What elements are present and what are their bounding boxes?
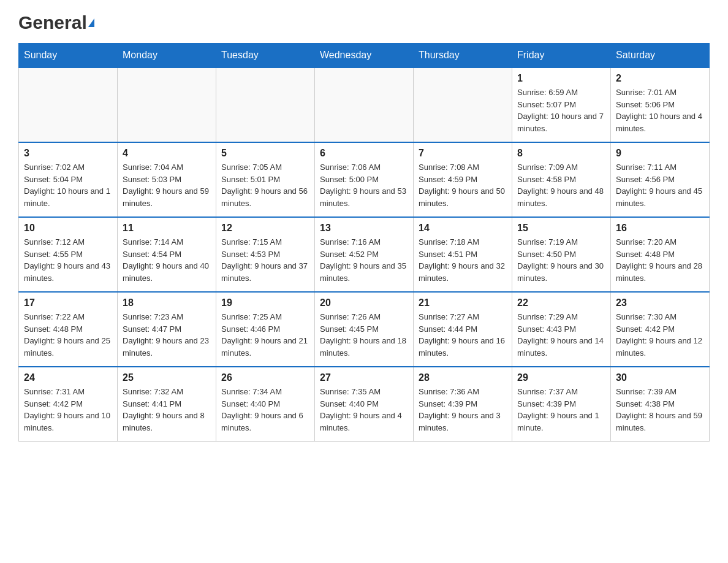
calendar-cell: 29Sunrise: 7:37 AMSunset: 4:39 PMDayligh…	[512, 367, 611, 442]
calendar-cell: 7Sunrise: 7:08 AMSunset: 4:59 PMDaylight…	[414, 142, 512, 217]
logo-triangle-icon	[88, 18, 94, 27]
day-number: 27	[320, 372, 408, 383]
day-info-line: Daylight: 9 hours and 43 minutes.	[24, 260, 112, 284]
logo-top-line: General	[18, 12, 94, 33]
calendar-cell: 20Sunrise: 7:26 AMSunset: 4:45 PMDayligh…	[315, 292, 414, 367]
day-number: 19	[221, 297, 309, 308]
day-number: 25	[123, 372, 211, 383]
day-info-line: Sunset: 4:58 PM	[517, 174, 605, 186]
day-of-week-header: Monday	[118, 44, 216, 68]
day-info-line: Sunset: 4:39 PM	[419, 398, 507, 410]
day-info-line: Sunset: 4:46 PM	[221, 323, 309, 335]
calendar-cell: 28Sunrise: 7:36 AMSunset: 4:39 PMDayligh…	[414, 367, 512, 442]
day-info-line: Daylight: 9 hours and 40 minutes.	[123, 260, 211, 284]
calendar-cell: 24Sunrise: 7:31 AMSunset: 4:42 PMDayligh…	[19, 367, 118, 442]
day-number: 26	[221, 372, 309, 383]
day-info-line: Sunset: 5:07 PM	[517, 99, 605, 111]
calendar-cell: 1Sunrise: 6:59 AMSunset: 5:07 PMDaylight…	[512, 67, 611, 142]
day-info-line: Daylight: 9 hours and 53 minutes.	[320, 185, 408, 209]
calendar-cell: 13Sunrise: 7:16 AMSunset: 4:52 PMDayligh…	[315, 217, 414, 292]
day-info-line: Sunset: 4:59 PM	[419, 174, 507, 186]
calendar-cell: 10Sunrise: 7:12 AMSunset: 4:55 PMDayligh…	[19, 217, 118, 292]
day-of-week-header: Wednesday	[315, 44, 414, 68]
day-info-line: Daylight: 9 hours and 23 minutes.	[123, 335, 211, 359]
day-number: 23	[616, 297, 704, 308]
day-info-line: Sunset: 5:00 PM	[320, 174, 408, 186]
calendar-header-row: SundayMondayTuesdayWednesdayThursdayFrid…	[19, 44, 710, 68]
calendar-cell: 12Sunrise: 7:15 AMSunset: 4:53 PMDayligh…	[216, 217, 315, 292]
calendar-cell	[19, 67, 118, 142]
day-info-line: Daylight: 9 hours and 14 minutes.	[517, 335, 605, 359]
day-info-line: Daylight: 9 hours and 12 minutes.	[616, 335, 704, 359]
calendar-cell: 3Sunrise: 7:02 AMSunset: 5:04 PMDaylight…	[19, 142, 118, 217]
calendar-cell	[414, 67, 512, 142]
day-info-line: Daylight: 9 hours and 21 minutes.	[221, 335, 309, 359]
day-info-line: Sunrise: 6:59 AM	[517, 86, 605, 99]
calendar-cell: 4Sunrise: 7:04 AMSunset: 5:03 PMDaylight…	[118, 142, 216, 217]
day-info-line: Sunrise: 7:16 AM	[320, 236, 408, 248]
day-number: 16	[616, 223, 704, 234]
calendar-cell: 5Sunrise: 7:05 AMSunset: 5:01 PMDaylight…	[216, 142, 315, 217]
day-info-line: Sunrise: 7:20 AM	[616, 236, 704, 248]
day-info-line: Daylight: 9 hours and 18 minutes.	[320, 335, 408, 359]
logo: General	[18, 12, 94, 31]
day-of-week-header: Thursday	[414, 44, 512, 68]
day-info-line: Sunset: 4:41 PM	[123, 398, 211, 410]
day-info-line: Sunrise: 7:06 AM	[320, 161, 408, 174]
day-info-line: Sunset: 4:44 PM	[419, 323, 507, 335]
day-number: 8	[517, 148, 605, 159]
day-number: 7	[419, 148, 507, 159]
calendar-cell: 15Sunrise: 7:19 AMSunset: 4:50 PMDayligh…	[512, 217, 611, 292]
day-info-line: Sunrise: 7:25 AM	[221, 311, 309, 323]
day-info-line: Sunset: 5:06 PM	[616, 99, 704, 111]
day-info-line: Sunrise: 7:09 AM	[517, 161, 605, 174]
day-info-line: Daylight: 9 hours and 25 minutes.	[24, 335, 112, 359]
day-info-line: Sunrise: 7:11 AM	[616, 161, 704, 174]
calendar-cell: 22Sunrise: 7:29 AMSunset: 4:43 PMDayligh…	[512, 292, 611, 367]
day-number: 15	[517, 223, 605, 234]
day-number: 14	[419, 223, 507, 234]
calendar-cell: 6Sunrise: 7:06 AMSunset: 5:00 PMDaylight…	[315, 142, 414, 217]
day-number: 29	[517, 372, 605, 383]
day-info-line: Sunset: 4:45 PM	[320, 323, 408, 335]
calendar-cell: 2Sunrise: 7:01 AMSunset: 5:06 PMDaylight…	[611, 67, 710, 142]
day-info-line: Sunrise: 7:37 AM	[517, 386, 605, 398]
day-info-line: Sunrise: 7:31 AM	[24, 386, 112, 398]
day-info-line: Daylight: 9 hours and 4 minutes.	[320, 410, 408, 434]
day-info-line: Daylight: 9 hours and 28 minutes.	[616, 260, 704, 284]
calendar-week-row: 24Sunrise: 7:31 AMSunset: 4:42 PMDayligh…	[19, 367, 710, 442]
day-info-line: Sunset: 4:56 PM	[616, 174, 704, 186]
day-number: 1	[517, 73, 605, 84]
day-info-line: Sunset: 4:39 PM	[517, 398, 605, 410]
day-number: 9	[616, 148, 704, 159]
day-info-line: Sunrise: 7:26 AM	[320, 311, 408, 323]
day-info-line: Sunrise: 7:12 AM	[24, 236, 112, 248]
day-info-line: Sunset: 4:48 PM	[616, 248, 704, 261]
calendar-cell	[216, 67, 315, 142]
day-info-line: Sunset: 4:52 PM	[320, 248, 408, 261]
calendar-cell	[118, 67, 216, 142]
day-info-line: Daylight: 8 hours and 59 minutes.	[616, 410, 704, 434]
day-info-line: Daylight: 10 hours and 4 minutes.	[616, 110, 704, 134]
day-number: 21	[419, 297, 507, 308]
day-info-line: Daylight: 9 hours and 50 minutes.	[419, 185, 507, 209]
day-info-line: Sunset: 4:40 PM	[221, 398, 309, 410]
calendar-cell: 8Sunrise: 7:09 AMSunset: 4:58 PMDaylight…	[512, 142, 611, 217]
day-info-line: Sunset: 4:48 PM	[24, 323, 112, 335]
day-info-line: Sunrise: 7:18 AM	[419, 236, 507, 248]
day-info-line: Daylight: 9 hours and 32 minutes.	[419, 260, 507, 284]
day-info-line: Sunset: 4:47 PM	[123, 323, 211, 335]
calendar-cell: 9Sunrise: 7:11 AMSunset: 4:56 PMDaylight…	[611, 142, 710, 217]
day-number: 18	[123, 297, 211, 308]
day-number: 20	[320, 297, 408, 308]
day-info-line: Sunrise: 7:35 AM	[320, 386, 408, 398]
day-of-week-header: Saturday	[611, 44, 710, 68]
day-number: 11	[123, 223, 211, 234]
day-info-line: Sunset: 4:42 PM	[616, 323, 704, 335]
day-number: 5	[221, 148, 309, 159]
calendar-cell: 25Sunrise: 7:32 AMSunset: 4:41 PMDayligh…	[118, 367, 216, 442]
calendar-table: SundayMondayTuesdayWednesdayThursdayFrid…	[18, 43, 710, 442]
day-info-line: Sunrise: 7:01 AM	[616, 86, 704, 99]
calendar-cell: 27Sunrise: 7:35 AMSunset: 4:40 PMDayligh…	[315, 367, 414, 442]
day-info-line: Daylight: 9 hours and 59 minutes.	[123, 185, 211, 209]
